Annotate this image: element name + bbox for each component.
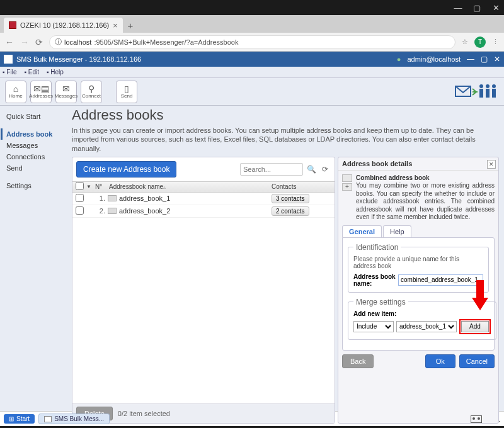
plug-icon: ⚲ [88,84,94,93]
table-row[interactable]: 1. address_book_1 3 contacts [72,193,335,205]
col-number[interactable]: N° [95,183,108,190]
sidebar-item-quickstart[interactable]: Quick Start [6,111,69,122]
app-minimize-icon[interactable]: — [467,55,474,64]
browser-tabstrip: OZEKI 10 (192.168.112.166) × + [0,15,504,33]
details-pane: Address book details ✕ + Combined addres… [338,157,499,424]
new-tab-button[interactable]: + [123,18,138,33]
nav-back-icon[interactable]: ← [5,37,14,47]
bookmark-star-icon[interactable]: ☆ [462,38,468,46]
sort-indicator[interactable]: ▼ [86,184,95,189]
site-info-icon[interactable]: ⓘ [55,37,62,47]
svg-rect-6 [492,89,496,98]
addressbook-select[interactable]: address_book_1 [396,321,457,332]
menu-help[interactable]: ▪ Help [47,69,64,76]
keyboard-icon[interactable] [471,415,482,423]
tab-help[interactable]: Help [383,225,411,237]
select-all-checkbox[interactable] [76,182,84,190]
include-exclude-select[interactable]: Include [353,321,394,332]
nav-forward-icon[interactable]: → [20,37,29,47]
tool-addresses[interactable]: ✉▤Addresses [30,81,52,103]
url-bar[interactable]: ⓘ localhost:9505/SMS+Bulk+Messenger/?a=A… [49,35,455,49]
add-button[interactable]: Add [461,321,489,332]
url-path: :9505/SMS+Bulk+Messenger/?a=Addressbook [94,38,238,46]
grid-icon: ⊞ [9,415,14,422]
details-close-icon[interactable]: ✕ [487,160,496,169]
taskbar-item[interactable]: SMS Bulk Mess... [38,414,110,424]
window-titlebar: — ▢ ✕ [0,0,504,15]
ok-button[interactable]: Ok [425,354,455,368]
favicon-icon [9,21,16,29]
table-header: ▼ N° Addressbook name▵ Contacts [72,181,335,193]
add-button-highlight: Add [459,319,491,334]
combined-title: Combined address book [356,174,430,181]
page-description: In this page you can create or import ad… [72,126,499,153]
search-input[interactable] [240,163,303,176]
app-close-icon[interactable]: ✕ [494,55,500,64]
window-minimize[interactable]: — [454,3,462,13]
contacts-button[interactable]: 3 contacts [272,194,309,203]
user-icon: ● [397,55,401,63]
identification-fieldset: Identification Please provide a unique n… [348,243,489,293]
row-checkbox[interactable] [76,206,84,215]
nav-reload-icon[interactable]: ⟳ [35,37,43,47]
tab-general[interactable]: General [342,225,382,237]
browser-toolbar: ← → ⟳ ⓘ localhost:9505/SMS+Bulk+Messenge… [0,33,504,52]
col-contacts[interactable]: Contacts [272,183,335,190]
url-host: localhost [64,38,91,46]
app-maximize-icon[interactable]: ▢ [481,55,488,64]
tool-send[interactable]: ▯Send [116,81,137,103]
start-button[interactable]: ⊞Start [4,414,35,424]
row-number: 1. [95,194,108,202]
contacts-button[interactable]: 2 contacts [272,206,309,216]
combined-desc: You may combine two or more existing add… [356,182,495,220]
tab-close-icon[interactable]: × [113,21,118,30]
brand-logo [455,81,499,103]
identification-legend: Identification [353,243,401,252]
merge-fieldset: Merge settings Add new item: Include add… [348,298,496,340]
tab-title: OZEKI 10 (192.168.112.166) [20,21,109,29]
menu-edit[interactable]: ▪ Edit [24,69,39,76]
row-checkbox[interactable] [76,194,84,202]
tool-messages[interactable]: ✉Messages [55,81,77,103]
addressbook-icon: ✉▤ [33,84,49,93]
home-icon: ⌂ [13,84,18,93]
profile-avatar[interactable]: T [474,37,486,48]
sidebar-item-settings[interactable]: Settings [6,180,69,191]
tab-panel-general: Identification Please provide a unique n… [342,237,495,351]
tool-home[interactable]: ⌂Home [5,81,26,103]
cancel-button[interactable]: Cancel [459,354,495,368]
sidebar-item-messages[interactable]: Messages [6,140,69,151]
details-info: + Combined address book You may combine … [338,171,498,225]
window-close[interactable]: ✕ [491,3,500,13]
svg-point-1 [479,84,483,88]
page-heading: Address books [72,107,499,123]
addressbook-list-pane: Create new Address book 🔍 ⟳ ▼ N° Address… [72,157,335,424]
sidebar-item-connections[interactable]: Connections [6,151,69,162]
browser-menu-icon[interactable]: ⋮ [492,38,499,46]
svg-rect-4 [486,89,490,98]
content-area: Address books In this page you can creat… [69,106,504,411]
sidebar-item-addressbook[interactable]: Address book [1,128,69,140]
svg-point-5 [492,84,496,88]
browser-tab[interactable]: OZEKI 10 (192.168.112.166) × [4,18,123,33]
menu-file[interactable]: ▪ File [3,69,16,76]
app-user[interactable]: admin@localhost [407,55,461,63]
addressbook-name-input[interactable] [398,274,483,286]
col-name[interactable]: Addressbook name [109,183,163,190]
back-button[interactable]: Back [342,354,374,368]
sidebar: Quick Start Address book Messages Connec… [0,106,69,411]
envelope-icon [4,55,13,64]
sidebar-item-send[interactable]: Send [6,162,69,174]
window-maximize[interactable]: ▢ [472,3,481,13]
tool-connect[interactable]: ⚲Connect [81,81,102,103]
messages-icon: ✉ [62,84,70,93]
details-title: Address book details [338,157,498,171]
table-row[interactable]: 2. address_book_2 2 contacts [72,205,335,218]
svg-marker-8 [472,298,488,310]
window-controls: — ▢ ✕ [454,3,500,13]
refresh-icon[interactable]: ⟳ [319,164,331,175]
create-addressbook-button[interactable]: Create new Address book [76,161,176,177]
search-icon[interactable]: 🔍 [306,164,317,175]
app-header: SMS Bulk Messenger - 192.168.112.166 ● a… [0,52,504,67]
envelope-icon [44,416,52,422]
